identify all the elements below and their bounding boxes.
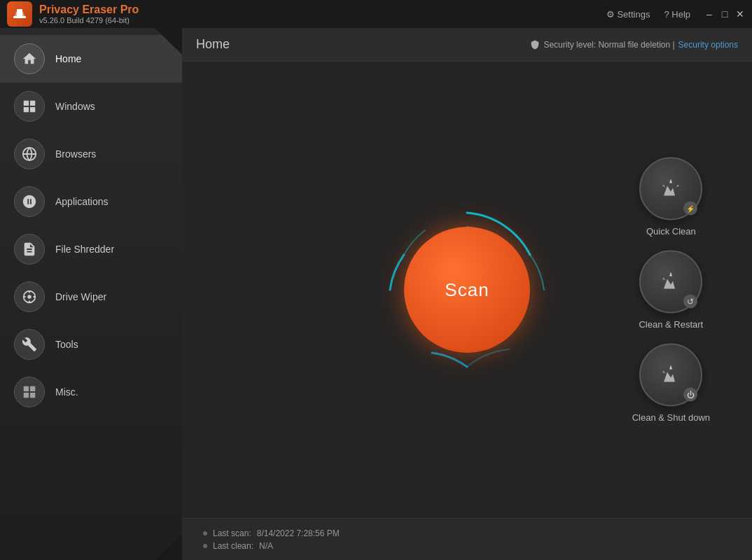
tools-icon bbox=[14, 329, 45, 360]
svg-marker-2 bbox=[15, 12, 25, 16]
security-info: Security level: Normal file deletion | S… bbox=[530, 40, 738, 50]
clean-restart-button[interactable]: ↺ bbox=[639, 251, 702, 314]
app-title: Privacy Eraser Pro bbox=[39, 4, 139, 16]
clean-shutdown-badge: ⏻ bbox=[683, 388, 697, 402]
title-bar-left: Privacy Eraser Pro v5.26.0 Build 4279 (6… bbox=[7, 1, 139, 27]
quick-clean-button[interactable]: ⚡ bbox=[639, 158, 702, 220]
sidebar-label-drive-wiper: Drive Wiper bbox=[55, 291, 106, 302]
applications-icon bbox=[14, 186, 45, 217]
sidebar-item-home[interactable]: Home bbox=[0, 35, 182, 83]
sidebar-item-drive-wiper[interactable]: Drive Wiper bbox=[0, 273, 182, 321]
sidebar-label-windows: Windows bbox=[55, 101, 95, 112]
sidebar-label-browsers: Browsers bbox=[55, 148, 96, 160]
security-level-text: Security level: Normal file deletion | bbox=[543, 40, 674, 50]
scan-label: Scan bbox=[445, 279, 489, 301]
last-clean-bullet bbox=[203, 544, 207, 548]
maximize-button[interactable]: □ bbox=[720, 9, 730, 19]
last-scan-label: Last scan: bbox=[213, 528, 251, 538]
minimize-button[interactable]: – bbox=[704, 9, 714, 19]
last-clean-label: Last clean: bbox=[213, 541, 253, 551]
content-area: Home Security level: Normal file deletio… bbox=[182, 28, 752, 560]
page-title: Home bbox=[196, 37, 230, 52]
sidebar-item-applications[interactable]: Applications bbox=[0, 178, 182, 225]
scan-button[interactable]: Scan bbox=[404, 227, 530, 353]
help-button[interactable]: ? Help bbox=[664, 9, 690, 20]
quick-clean-badge: ⚡ bbox=[683, 202, 697, 216]
title-bar-right: ⚙ Settings ? Help – □ ✕ bbox=[606, 9, 745, 20]
close-button[interactable]: ✕ bbox=[735, 9, 745, 19]
sidebar-label-misc: Misc. bbox=[55, 386, 78, 398]
home-icon bbox=[14, 43, 45, 74]
last-clean-value: N/A bbox=[259, 541, 273, 551]
last-scan-item: Last scan: 8/14/2022 7:28:56 PM bbox=[203, 528, 731, 538]
last-scan-bullet bbox=[203, 531, 207, 536]
title-bar: Privacy Eraser Pro v5.26.0 Build 4279 (6… bbox=[0, 0, 752, 28]
browsers-icon bbox=[14, 139, 45, 169]
svg-point-5 bbox=[27, 295, 32, 299]
clean-restart-group[interactable]: ↺ Clean & Restart bbox=[639, 251, 703, 330]
sidebar-item-windows[interactable]: Windows bbox=[0, 83, 182, 130]
sidebar-item-browsers[interactable]: Browsers bbox=[0, 130, 182, 178]
sidebar-item-file-shredder[interactable]: File Shredder bbox=[0, 225, 182, 273]
right-action-buttons: ⚡ Quick Clean ↺ Clean & Restart bbox=[632, 158, 710, 423]
main-layout: Home Windows Browsers Applications File … bbox=[0, 28, 752, 560]
clean-shutdown-label: Clean & Shut down bbox=[632, 412, 710, 423]
misc-icon bbox=[14, 377, 45, 407]
sidebar-item-tools[interactable]: Tools bbox=[0, 321, 182, 368]
sidebar-label-tools: Tools bbox=[55, 339, 78, 350]
drive-wiper-icon bbox=[14, 281, 45, 312]
clean-restart-label: Clean & Restart bbox=[639, 319, 703, 330]
sidebar-label-home: Home bbox=[55, 53, 81, 64]
sidebar-label-file-shredder: File Shredder bbox=[55, 244, 114, 255]
clean-shutdown-button[interactable]: ⏻ bbox=[639, 344, 702, 407]
scan-area: Scan bbox=[369, 192, 565, 388]
quick-clean-group[interactable]: ⚡ Quick Clean bbox=[639, 158, 702, 237]
app-title-block: Privacy Eraser Pro v5.26.0 Build 4279 (6… bbox=[39, 4, 139, 24]
app-version: v5.26.0 Build 4279 (64-bit) bbox=[39, 16, 139, 24]
sidebar: Home Windows Browsers Applications File … bbox=[0, 28, 182, 560]
clean-restart-badge: ↺ bbox=[683, 295, 697, 309]
last-clean-item: Last clean: N/A bbox=[203, 541, 731, 551]
sidebar-label-applications: Applications bbox=[55, 196, 109, 207]
app-logo bbox=[7, 1, 32, 27]
security-options-link[interactable]: Security options bbox=[678, 40, 738, 50]
window-controls: – □ ✕ bbox=[704, 9, 745, 19]
quick-clean-label: Quick Clean bbox=[646, 226, 696, 237]
windows-icon bbox=[14, 91, 45, 122]
settings-button[interactable]: ⚙ Settings bbox=[606, 9, 650, 20]
status-bar: Last scan: 8/14/2022 7:28:56 PM Last cle… bbox=[182, 518, 752, 560]
last-scan-value: 8/14/2022 7:28:56 PM bbox=[257, 528, 340, 538]
file-shredder-icon bbox=[14, 234, 45, 265]
clean-shutdown-group[interactable]: ⏻ Clean & Shut down bbox=[632, 344, 710, 423]
sidebar-item-misc[interactable]: Misc. bbox=[0, 368, 182, 416]
main-content: Scan ⚡ Quick Clean bbox=[182, 62, 752, 518]
content-header: Home Security level: Normal file deletio… bbox=[182, 28, 752, 62]
